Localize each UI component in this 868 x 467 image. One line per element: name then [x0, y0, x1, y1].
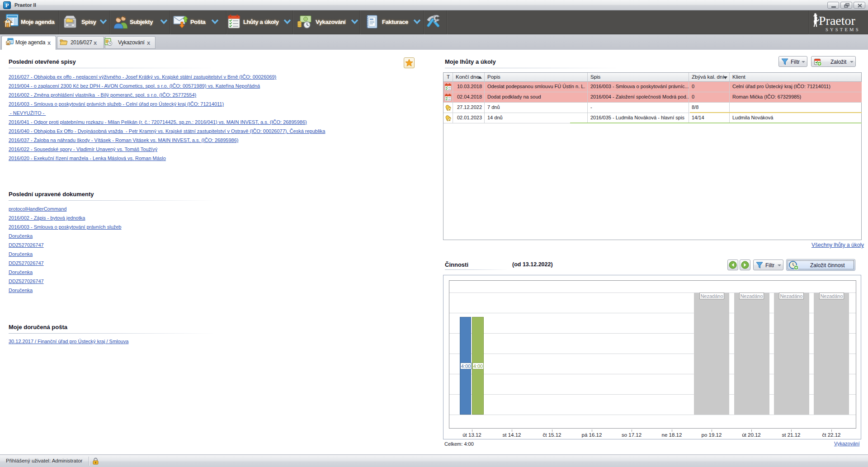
svg-text:Praetor: Praetor — [819, 14, 856, 28]
svg-text:SYSTEMS: SYSTEMS — [826, 27, 860, 32]
